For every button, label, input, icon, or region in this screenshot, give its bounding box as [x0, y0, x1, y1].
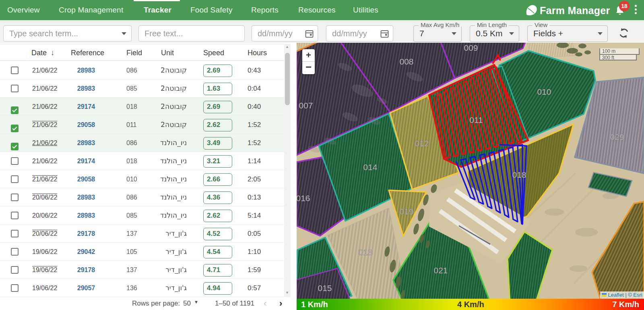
svg-text:021: 021 — [433, 266, 448, 275]
svg-text:010: 010 — [537, 87, 551, 96]
svg-text:011: 011 — [469, 115, 483, 125]
svg-text:013: 013 — [358, 248, 372, 257]
svg-text:029: 029 — [610, 132, 624, 141]
svg-text:007: 007 — [299, 101, 313, 110]
svg-text:016: 016 — [297, 193, 310, 203]
svg-text:012: 012 — [415, 139, 429, 148]
svg-text:015: 015 — [318, 283, 332, 293]
svg-text:008: 008 — [399, 57, 413, 66]
svg-text:019: 019 — [399, 207, 413, 216]
svg-text:018: 018 — [512, 170, 526, 179]
svg-text:009: 009 — [464, 43, 478, 52]
svg-text:014: 014 — [363, 162, 377, 172]
